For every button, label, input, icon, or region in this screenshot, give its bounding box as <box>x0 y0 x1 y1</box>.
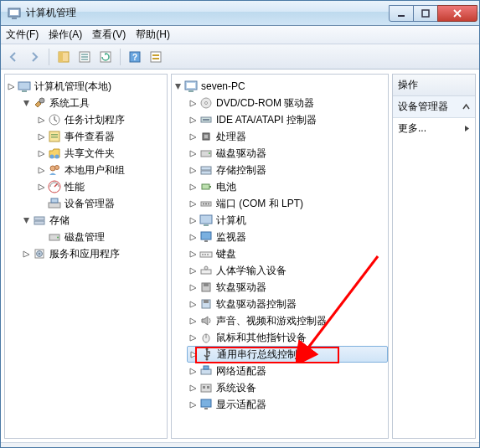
device-usb[interactable]: 通用串行总线控制器 <box>187 346 388 363</box>
computer-mgmt-icon <box>18 80 31 93</box>
device-storagectrl[interactable]: 存储控制器 <box>187 162 388 178</box>
expand-icon[interactable] <box>188 300 198 309</box>
devmgr-icon <box>48 197 61 210</box>
device-keyboard[interactable]: 键盘 <box>187 245 388 262</box>
app-icon <box>8 7 21 20</box>
expand-icon[interactable] <box>37 183 46 192</box>
expand-icon[interactable] <box>188 233 198 242</box>
collapse-icon[interactable] <box>173 82 183 91</box>
device-monitor[interactable]: 监视器 <box>187 229 388 245</box>
chevron-right-icon <box>464 123 470 135</box>
expand-icon[interactable] <box>188 317 198 326</box>
actions-more[interactable]: 更多... <box>393 118 475 139</box>
expand-icon[interactable] <box>188 333 198 342</box>
device-hid[interactable]: 人体学输入设备 <box>187 262 388 279</box>
show-hide-tree-button[interactable] <box>54 48 73 66</box>
device-ide[interactable]: IDE ATA/ATAPI 控制器 <box>187 111 388 128</box>
properties-button[interactable] <box>75 48 94 66</box>
tree-systools[interactable]: 系统工具 <box>20 95 167 111</box>
expand-icon[interactable] <box>37 132 46 142</box>
device-ports[interactable]: 端口 (COM 和 LPT) <box>187 195 388 212</box>
menu-view[interactable]: 查看(V) <box>92 28 126 42</box>
expand-icon[interactable] <box>188 250 198 259</box>
tree-performance[interactable]: 性能 <box>35 178 167 195</box>
device-display[interactable]: 显示适配器 <box>187 396 388 413</box>
expand-icon[interactable] <box>189 350 199 359</box>
svg-rect-80 <box>201 399 211 407</box>
device-computer[interactable]: 计算机 <box>187 212 388 229</box>
device-floppy[interactable]: 软盘驱动器 <box>187 279 388 296</box>
svg-rect-81 <box>204 408 208 409</box>
svg-rect-51 <box>202 184 209 189</box>
expand-icon[interactable] <box>188 132 198 142</box>
tree-scheduler[interactable]: 任务计划程序 <box>35 111 167 128</box>
svg-rect-14 <box>151 52 161 62</box>
device-disk[interactable]: 磁盘驱动器 <box>187 145 388 162</box>
back-button[interactable] <box>4 48 23 66</box>
titlebar[interactable]: 计算机管理 <box>1 1 479 26</box>
tree-services[interactable]: 服务和应用程序 <box>20 245 167 262</box>
tree-localusers[interactable]: 本地用户和组 <box>35 162 167 178</box>
device-floppyctrl[interactable]: 软盘驱动器控制器 <box>187 296 388 312</box>
expand-icon[interactable] <box>188 166 198 175</box>
tree-diskmgmt[interactable]: 磁盘管理 <box>35 229 167 245</box>
svg-point-66 <box>204 266 208 270</box>
menu-help[interactable]: 帮助(H) <box>136 28 170 42</box>
device-root[interactable]: seven-PC <box>172 78 388 95</box>
tree-label: 键盘 <box>216 247 236 261</box>
expand-icon[interactable] <box>188 266 198 275</box>
menu-file[interactable]: 文件(F) <box>6 28 39 42</box>
device-sound[interactable]: 声音、视频和游戏控制器 <box>187 312 388 329</box>
tree-eventviewer[interactable]: 事件查看器 <box>35 128 167 145</box>
action-button[interactable] <box>147 48 165 66</box>
tree-label: 设备管理器 <box>65 197 115 211</box>
expand-icon[interactable] <box>37 166 46 175</box>
expand-icon[interactable] <box>188 367 198 376</box>
svg-rect-2 <box>12 18 17 19</box>
collapse-icon[interactable] <box>22 99 31 108</box>
expand-icon[interactable] <box>22 250 31 259</box>
refresh-button[interactable] <box>96 48 115 66</box>
tree-label: 软盘驱动器控制器 <box>216 297 297 312</box>
minimize-button[interactable] <box>389 5 414 22</box>
help-button[interactable]: ? <box>126 48 144 66</box>
expand-icon[interactable] <box>188 400 198 409</box>
expand-icon[interactable] <box>37 116 46 125</box>
svg-rect-46 <box>204 135 208 138</box>
expand-icon[interactable] <box>188 99 198 108</box>
tree-label: 性能 <box>65 180 85 194</box>
forward-button[interactable] <box>25 48 44 66</box>
device-system[interactable]: 系统设备 <box>187 379 388 396</box>
collapse-icon[interactable] <box>22 216 31 225</box>
tree-sharedfolders[interactable]: 共享文件夹 <box>35 145 167 162</box>
device-dvd[interactable]: DVD/CD-ROM 驱动器 <box>187 95 388 111</box>
expand-icon[interactable] <box>188 283 198 292</box>
left-tree-pane: 计算机管理(本地) 系统工具 任务计划程序 事件查看器 <box>4 74 168 439</box>
floppy-icon <box>199 281 213 294</box>
chevron-up-icon <box>462 101 470 113</box>
tree-devmgr[interactable]: 设备管理器 <box>35 195 167 212</box>
close-button[interactable] <box>437 5 477 22</box>
expand-icon[interactable] <box>7 82 16 91</box>
expand-icon[interactable] <box>188 216 198 225</box>
toolbar: ? <box>1 44 479 70</box>
expand-icon[interactable] <box>188 183 198 192</box>
expand-icon[interactable] <box>188 149 198 158</box>
device-cpu[interactable]: 处理器 <box>187 128 388 145</box>
tree-storage[interactable]: 存储 <box>20 212 167 229</box>
svg-rect-3 <box>398 15 405 17</box>
menu-action[interactable]: 操作(A) <box>49 28 82 42</box>
expand-icon[interactable] <box>188 384 198 393</box>
actions-subhead[interactable]: 设备管理器 <box>393 96 475 118</box>
device-net[interactable]: 网络适配器 <box>187 363 388 379</box>
tree-label: 处理器 <box>216 130 246 144</box>
services-icon <box>33 247 46 260</box>
expand-icon[interactable] <box>188 199 198 209</box>
expand-icon[interactable] <box>37 149 46 158</box>
maximize-button[interactable] <box>413 5 438 22</box>
device-battery[interactable]: 电池 <box>187 178 388 195</box>
expand-icon[interactable] <box>188 116 198 125</box>
tree-root-local[interactable]: 计算机管理(本地) <box>5 78 167 95</box>
device-mouse[interactable]: 鼠标和其他指针设备 <box>187 329 388 346</box>
svg-rect-57 <box>200 215 212 224</box>
